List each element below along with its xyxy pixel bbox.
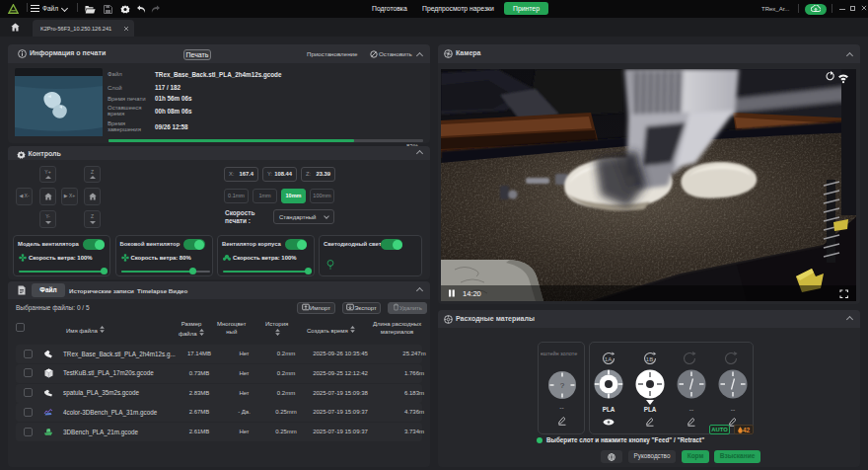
- svg-text:14:20: 14:20: [463, 289, 481, 298]
- svg-text:?: ?: [559, 381, 564, 390]
- svg-text:1A: 1A: [605, 356, 612, 362]
- svg-text:1B: 1B: [646, 356, 653, 362]
